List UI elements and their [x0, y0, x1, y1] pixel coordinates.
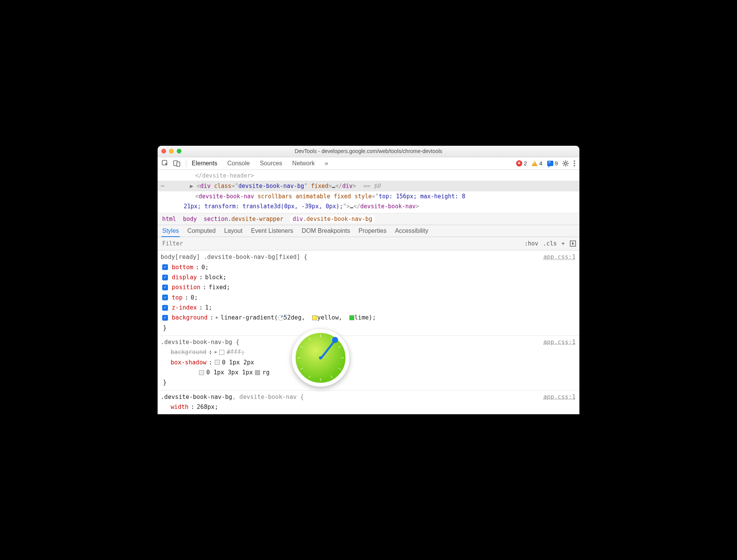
dom-line-faded: </devsite-header> — [161, 171, 576, 181]
errors-count: 2 — [524, 160, 527, 166]
errors-badge[interactable]: ✕2 — [516, 160, 527, 166]
css-declaration[interactable]: z-index: 1; — [161, 303, 576, 313]
crumb-body[interactable]: body — [183, 216, 197, 222]
tab-console[interactable]: Console — [227, 160, 250, 167]
warnings-badge[interactable]: 4 — [531, 160, 542, 166]
clock-tick — [341, 357, 344, 358]
expand-triangle-icon[interactable]: ▶ — [190, 183, 193, 189]
styles-filter-input[interactable] — [161, 239, 525, 249]
cls-toggle[interactable]: .cls — [543, 240, 557, 247]
crumb-div-active[interactable]: div.devsite-book-nav-bg — [290, 216, 375, 222]
css-declaration-gradient[interactable]: background: ▶ linear-gradient(52deg, yel… — [161, 313, 576, 323]
angle-hand[interactable] — [320, 339, 336, 359]
svg-line-9 — [567, 165, 568, 166]
dom-line-wrap[interactable]: 21px; transform: translate3d(0px, -39px,… — [161, 201, 576, 211]
crumb-section[interactable]: section.devsite-wrapper — [204, 216, 283, 222]
rule-selector[interactable]: body[ready] .devsite-book-nav-bg[fixed] … — [161, 252, 576, 262]
clock-tick — [309, 338, 311, 341]
color-swatch-lime-icon[interactable] — [349, 315, 354, 320]
messages-count: 9 — [555, 160, 558, 166]
inspect-element-icon[interactable] — [161, 160, 169, 167]
clock-tick — [338, 368, 341, 370]
tab-network[interactable]: Network — [292, 160, 315, 167]
shadow-editor-icon[interactable] — [215, 360, 220, 365]
settings-icon[interactable] — [562, 160, 569, 167]
crumb-html[interactable]: html — [162, 216, 176, 222]
color-swatch-grey-icon[interactable] — [255, 370, 260, 375]
error-icon: ✕ — [516, 160, 522, 166]
panel-tabs: Elements Console Sources Network » — [192, 160, 328, 167]
minimize-window-icon[interactable] — [169, 149, 174, 153]
overflow-icon[interactable]: ⋯ — [161, 181, 168, 191]
rule-source-link[interactable]: app.css:1 — [543, 392, 576, 402]
prop-checkbox[interactable] — [162, 305, 168, 311]
new-rule-button[interactable]: + — [561, 240, 565, 247]
prop-checkbox[interactable] — [162, 275, 168, 280]
subtab-layout[interactable]: Layout — [224, 227, 242, 234]
tab-elements[interactable]: Elements — [192, 160, 217, 167]
hov-toggle[interactable]: :hov — [525, 240, 538, 247]
issue-badges: ✕2 4 9 — [516, 160, 558, 166]
rule-source-link[interactable]: app.css:1 — [543, 252, 576, 262]
dom-row-content: ▶ <div class="devsite-book-nav-bg" fixed… — [170, 181, 380, 191]
expand-triangle-icon[interactable]: ▶ — [216, 314, 219, 321]
tab-sources[interactable]: Sources — [260, 160, 282, 167]
clock-tick — [300, 368, 303, 370]
rule-selector[interactable]: .devsite-book-nav-bg, devsite-book-nav { — [161, 392, 576, 402]
message-icon — [547, 161, 553, 166]
svg-point-14 — [574, 165, 575, 166]
warning-icon — [531, 161, 538, 166]
svg-line-10 — [567, 161, 568, 162]
angle-pivot — [319, 356, 322, 359]
device-toggle-icon[interactable] — [173, 160, 181, 167]
css-declaration[interactable]: bottom: 0; — [161, 262, 576, 272]
svg-rect-2 — [177, 162, 180, 166]
prop-checkbox[interactable] — [162, 315, 168, 321]
rendering-toggle-icon[interactable] — [569, 240, 576, 247]
css-declaration-overridden[interactable]: background:▶ #fff; — [161, 347, 576, 357]
clock-tick — [320, 334, 321, 338]
clock-tick — [320, 378, 321, 381]
css-declaration[interactable]: width: 268px; — [161, 402, 576, 412]
prop-checkbox[interactable] — [162, 264, 168, 270]
styles-subtabs: Styles Computed Layout Event Listeners D… — [158, 225, 579, 237]
css-rule: app.css:1 .devsite-book-nav-bg { backgro… — [158, 336, 579, 390]
dom-line[interactable]: <devsite-book-nav scrollbars animatable … — [161, 191, 576, 201]
close-window-icon[interactable] — [161, 149, 166, 153]
svg-point-13 — [574, 163, 575, 164]
zoom-window-icon[interactable] — [177, 149, 181, 153]
svg-point-12 — [574, 160, 575, 162]
prop-checkbox[interactable] — [162, 285, 168, 290]
dom-selected-node[interactable]: ⋯ ▶ <div class="devsite-book-nav-bg" fix… — [158, 181, 579, 191]
elements-dom-tree[interactable]: </devsite-header> ⋯ ▶ <div class="devsit… — [158, 170, 579, 213]
shadow-editor-icon[interactable] — [199, 370, 204, 375]
warnings-count: 4 — [539, 160, 542, 166]
css-declaration[interactable]: position: fixed; — [161, 282, 576, 292]
css-declaration[interactable]: box-shadow: 0 1px 2px XXXXXXXXXXX54 67 /… — [161, 357, 576, 367]
svg-line-8 — [563, 161, 564, 162]
css-rule: app.css:1 .devsite-book-nav-bg, devsite-… — [158, 390, 579, 415]
more-tabs-icon[interactable]: » — [325, 160, 328, 167]
css-declaration[interactable]: display: block; — [161, 272, 576, 282]
subtab-event-listeners[interactable]: Event Listeners — [251, 227, 293, 234]
subtab-properties[interactable]: Properties — [359, 227, 387, 234]
prop-checkbox[interactable] — [162, 295, 168, 300]
styles-filter-bar: :hov .cls + — [158, 237, 579, 250]
subtab-computed[interactable]: Computed — [188, 227, 216, 234]
rule-close-brace: } — [161, 323, 576, 333]
more-menu-icon[interactable] — [573, 160, 576, 167]
color-swatch-white-icon[interactable] — [219, 350, 224, 355]
messages-badge[interactable]: 9 — [547, 160, 558, 166]
subtab-styles[interactable]: Styles — [162, 227, 179, 234]
angle-swatch-icon[interactable] — [278, 315, 284, 321]
rule-source-link[interactable]: app.css:1 — [543, 337, 576, 347]
css-declaration[interactable]: top: 0; — [161, 293, 576, 303]
angle-picker-popover[interactable] — [292, 329, 349, 387]
rule-selector[interactable]: .devsite-book-nav-bg { — [161, 337, 576, 347]
expand-triangle-icon[interactable]: ▶ — [215, 349, 217, 356]
clock-tick — [297, 357, 300, 358]
color-swatch-yellow-icon[interactable] — [312, 315, 317, 320]
css-declaration-cont[interactable]: 0 1px 3px 1px rg XXXXXXX7 / 15%); — [161, 367, 576, 377]
subtab-dom-breakpoints[interactable]: DOM Breakpoints — [302, 227, 350, 234]
subtab-accessibility[interactable]: Accessibility — [395, 227, 428, 234]
